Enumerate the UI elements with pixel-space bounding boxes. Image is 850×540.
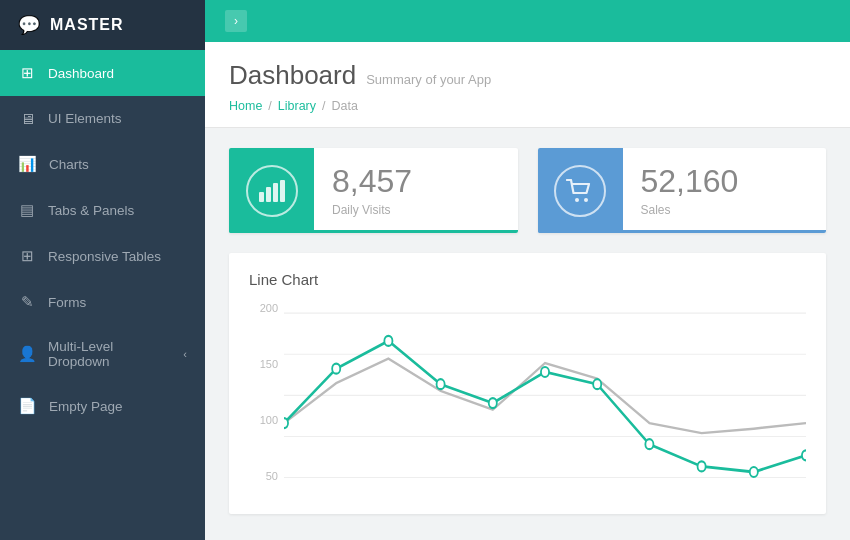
top-bar: › (205, 0, 850, 42)
page-header: Dashboard Summary of your App Home / Lib… (205, 42, 850, 128)
stats-row: 8,457 Daily Visits 52,160 (205, 128, 850, 253)
tables-icon: ⊞ (18, 247, 36, 265)
svg-point-4 (575, 198, 579, 202)
stat-value-visits: 8,457 (332, 164, 500, 199)
teal-dot-8 (698, 461, 706, 471)
page-title-row: Dashboard Summary of your App (229, 60, 826, 91)
main-content: › Dashboard Summary of your App Home / L… (205, 0, 850, 540)
visits-icon (246, 165, 298, 217)
stat-info-sales: 52,160 Sales (623, 152, 827, 229)
svg-rect-2 (273, 183, 278, 202)
stat-icon-box-sales (538, 148, 623, 233)
chevron-left-icon: ‹ (183, 348, 187, 360)
tabs-icon: ▤ (18, 201, 36, 219)
stat-label-visits: Daily Visits (332, 203, 500, 217)
y-label-50: 50 (249, 470, 284, 482)
dashboard-icon: ⊞ (18, 64, 36, 82)
svg-point-5 (584, 198, 588, 202)
stat-card-daily-visits: 8,457 Daily Visits (229, 148, 518, 233)
sidebar-item-label: Tabs & Panels (48, 203, 134, 218)
teal-dot-10 (802, 450, 806, 460)
teal-dot-1 (332, 364, 340, 374)
sidebar-item-label: Responsive Tables (48, 249, 161, 264)
line-chart: 200 150 100 50 (249, 302, 806, 502)
y-label-150: 150 (249, 358, 284, 370)
chart-svg (284, 302, 806, 502)
sidebar-item-label: Multi-Level Dropdown (48, 339, 171, 369)
teal-dot-4 (489, 398, 497, 408)
sidebar-item-label: Charts (49, 157, 89, 172)
sidebar-item-responsive-tables[interactable]: ⊞ Responsive Tables (0, 233, 205, 279)
sidebar: 💬 MASTER ⊞ Dashboard 🖥 UI Elements 📊 Cha… (0, 0, 205, 540)
ui-elements-icon: 🖥 (18, 110, 36, 127)
sidebar-item-ui-elements[interactable]: 🖥 UI Elements (0, 96, 205, 141)
sidebar-item-label: Dashboard (48, 66, 114, 81)
stat-card-sales: 52,160 Sales (538, 148, 827, 233)
sidebar-item-charts[interactable]: 📊 Charts (0, 141, 205, 187)
svg-rect-1 (266, 187, 271, 202)
breadcrumb-sep1: / (268, 99, 271, 113)
page-title: Dashboard (229, 60, 356, 91)
teal-dot-2 (384, 336, 392, 346)
chart-line-teal (284, 341, 806, 472)
svg-rect-0 (259, 192, 264, 202)
breadcrumb-library[interactable]: Library (278, 99, 316, 113)
empty-page-icon: 📄 (18, 397, 37, 415)
teal-dot-9 (750, 467, 758, 477)
teal-dot-7 (645, 439, 653, 449)
multi-level-icon: 👤 (18, 345, 36, 363)
chart-title: Line Chart (249, 271, 806, 288)
breadcrumb: Home / Library / Data (229, 99, 826, 113)
stat-icon-box-visits (229, 148, 314, 233)
stat-bar-visits (229, 230, 518, 233)
cart-icon (554, 165, 606, 217)
forms-icon: ✎ (18, 293, 36, 311)
breadcrumb-current: Data (332, 99, 358, 113)
logo-text: MASTER (50, 16, 124, 34)
stat-label-sales: Sales (641, 203, 809, 217)
sidebar-logo: 💬 MASTER (0, 0, 205, 50)
logo-icon: 💬 (18, 14, 40, 36)
sidebar-item-label: Empty Page (49, 399, 123, 414)
y-label-200: 200 (249, 302, 284, 314)
sidebar-item-empty-page[interactable]: 📄 Empty Page (0, 383, 205, 429)
teal-dot-0 (284, 418, 288, 428)
content-area: Dashboard Summary of your App Home / Lib… (205, 42, 850, 540)
breadcrumb-home[interactable]: Home (229, 99, 262, 113)
chart-y-labels: 200 150 100 50 (249, 302, 284, 482)
stat-info-visits: 8,457 Daily Visits (314, 152, 518, 229)
charts-icon: 📊 (18, 155, 37, 173)
stat-bar-sales (538, 230, 827, 233)
sidebar-item-multi-level[interactable]: 👤 Multi-Level Dropdown ‹ (0, 325, 205, 383)
sidebar-item-dashboard[interactable]: ⊞ Dashboard (0, 50, 205, 96)
teal-dot-6 (593, 379, 601, 389)
svg-rect-3 (280, 180, 285, 202)
teal-dot-5 (541, 367, 549, 377)
sidebar-item-tabs-panels[interactable]: ▤ Tabs & Panels (0, 187, 205, 233)
stat-value-sales: 52,160 (641, 164, 809, 199)
sidebar-item-label: UI Elements (48, 111, 122, 126)
teal-dot-3 (437, 379, 445, 389)
chart-svg-container (284, 302, 806, 502)
sidebar-item-forms[interactable]: ✎ Forms (0, 279, 205, 325)
sidebar-collapse-button[interactable]: › (225, 10, 247, 32)
breadcrumb-sep2: / (322, 99, 325, 113)
sidebar-item-label: Forms (48, 295, 86, 310)
y-label-100: 100 (249, 414, 284, 426)
chart-section: Line Chart 200 150 100 50 (229, 253, 826, 514)
page-subtitle: Summary of your App (366, 72, 491, 87)
